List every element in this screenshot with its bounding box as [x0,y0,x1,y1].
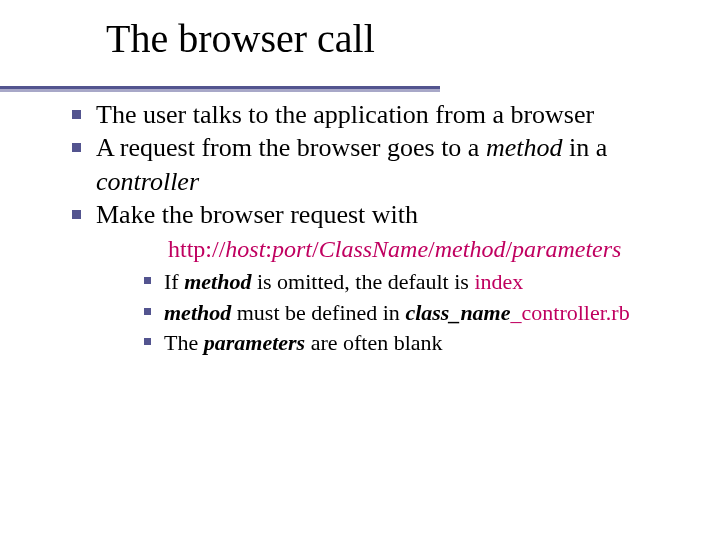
url-template: http://host:port/ClassName/method/parame… [168,233,686,265]
title-area: The browser call [0,18,720,66]
bullet-3: Make the browser request with http://hos… [66,198,686,359]
sub3-parameters: parameters [204,330,305,355]
bullet-2-controller: controller [96,167,199,196]
url-host: host [225,236,265,262]
slide-body: The user talks to the application from a… [66,98,686,359]
bullet-1-text: The user talks to the application from a… [96,100,594,129]
bullet-2-text-c: in a [562,133,607,162]
url-port: port [272,236,312,262]
square-bullet-icon [144,338,151,345]
sub1-a: If [164,269,184,294]
square-bullet-icon [144,277,151,284]
url-http: http:// [168,236,225,262]
square-bullet-icon [72,143,81,152]
sub1-method: method [184,269,251,294]
url-parameters: parameters [512,236,621,262]
sub2-b: must be defined in [231,300,405,325]
sub-bullet-2: method must be defined in class_name_con… [138,298,686,328]
url-slash-1: / [312,236,319,262]
sub1-index: index [474,269,523,294]
sub3-a: The [164,330,204,355]
bullet-2-method: method [486,133,563,162]
sub2-controller-rb: _controller.rb [511,300,630,325]
bullet-list-level2: If method is omitted, the default is ind… [138,267,686,358]
sub2-method: method [164,300,231,325]
square-bullet-icon [72,110,81,119]
slide-title: The browser call [106,18,720,60]
sub-bullet-3: The parameters are often blank [138,328,686,358]
square-bullet-icon [72,210,81,219]
url-classname: ClassName [319,236,428,262]
slide: The browser call The user talks to the a… [0,0,720,540]
bullet-3-text: Make the browser request with [96,200,418,229]
bullet-2-text-a: A request from the browser goes to a [96,133,486,162]
sub-bullet-1: If method is omitted, the default is ind… [138,267,686,297]
square-bullet-icon [144,308,151,315]
bullet-1: The user talks to the application from a… [66,98,686,131]
title-underline-light [0,89,440,92]
sub3-c: are often blank [305,330,442,355]
bullet-2: A request from the browser goes to a met… [66,131,686,198]
url-method: method [435,236,506,262]
url-slash-2: / [428,236,435,262]
bullet-list-level1: The user talks to the application from a… [66,98,686,359]
sub2-classname: class_name [405,300,510,325]
sub1-c: is omitted, the default is [251,269,474,294]
